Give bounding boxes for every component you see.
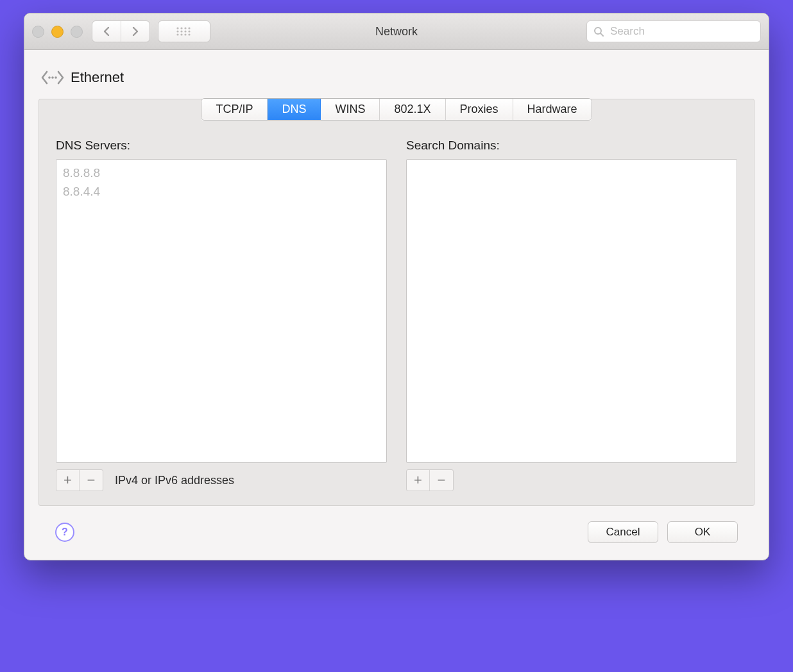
svg-line-13 <box>601 33 603 36</box>
svg-point-8 <box>176 33 178 35</box>
tab-tcpip[interactable]: TCP/IP <box>201 99 268 120</box>
titlebar: Network <box>24 13 769 50</box>
search-field[interactable] <box>586 21 761 42</box>
search-domains-list[interactable] <box>406 159 737 463</box>
back-button[interactable] <box>92 21 121 42</box>
add-search-domain-button[interactable]: + <box>407 470 430 491</box>
add-dns-server-button[interactable]: + <box>56 470 80 491</box>
search-domains-add-remove: + − <box>406 469 454 491</box>
footer: ? Cancel OK <box>38 506 755 551</box>
remove-dns-server-button[interactable]: − <box>80 470 103 491</box>
dns-servers-list[interactable]: 8.8.8.88.8.4.4 <box>56 159 387 463</box>
show-all-button[interactable] <box>158 21 210 42</box>
dns-servers-column: DNS Servers: 8.8.8.88.8.4.4 + − IPv4 or … <box>56 139 387 491</box>
help-button[interactable]: ? <box>55 523 74 542</box>
svg-point-15 <box>51 76 54 79</box>
search-input[interactable] <box>609 24 754 38</box>
minimize-window-button[interactable] <box>51 26 64 38</box>
close-window-button[interactable] <box>32 26 44 38</box>
ethernet-icon <box>41 69 64 86</box>
remove-search-domain-button[interactable]: − <box>430 470 453 491</box>
tab-bar: TCP/IPDNSWINS802.1XProxiesHardware <box>201 98 592 121</box>
svg-point-5 <box>180 30 182 32</box>
svg-point-7 <box>188 30 190 32</box>
svg-point-16 <box>55 76 57 79</box>
tab-8021x[interactable]: 802.1X <box>380 99 445 120</box>
settings-panel: TCP/IPDNSWINS802.1XProxiesHardware DNS S… <box>38 99 755 506</box>
window-controls <box>32 26 83 38</box>
svg-point-6 <box>184 30 186 32</box>
dns-server-entry[interactable]: 8.8.4.4 <box>63 182 380 201</box>
interface-name: Ethernet <box>71 69 124 86</box>
dns-servers-label: DNS Servers: <box>56 139 387 153</box>
svg-point-10 <box>184 33 186 35</box>
search-domains-column: Search Domains: + − <box>406 139 737 491</box>
dns-servers-add-remove: + − <box>56 469 103 491</box>
tab-hardware[interactable]: Hardware <box>513 99 592 120</box>
svg-point-4 <box>176 30 178 32</box>
dns-hint: IPv4 or IPv6 addresses <box>115 474 234 487</box>
svg-point-0 <box>176 27 178 29</box>
svg-point-11 <box>188 33 190 35</box>
grid-icon <box>175 26 193 37</box>
cancel-button[interactable]: Cancel <box>588 521 658 543</box>
svg-point-3 <box>188 27 190 29</box>
preferences-window: Network Ethernet TCP/IPDNSWINS802.1XProx <box>24 13 769 560</box>
tab-dns[interactable]: DNS <box>268 99 321 120</box>
tab-wins[interactable]: WINS <box>321 99 380 120</box>
svg-point-9 <box>180 33 182 35</box>
search-icon <box>593 26 604 37</box>
zoom-window-button[interactable] <box>71 26 83 38</box>
ok-button[interactable]: OK <box>667 521 738 543</box>
nav-back-forward <box>92 21 150 42</box>
forward-button[interactable] <box>121 21 149 42</box>
search-domains-label: Search Domains: <box>406 139 737 153</box>
svg-point-14 <box>48 76 51 79</box>
svg-point-1 <box>180 27 182 29</box>
dns-server-entry[interactable]: 8.8.8.8 <box>63 164 380 182</box>
svg-point-2 <box>184 27 186 29</box>
page-heading: Ethernet <box>38 62 755 99</box>
tab-proxies[interactable]: Proxies <box>446 99 513 120</box>
